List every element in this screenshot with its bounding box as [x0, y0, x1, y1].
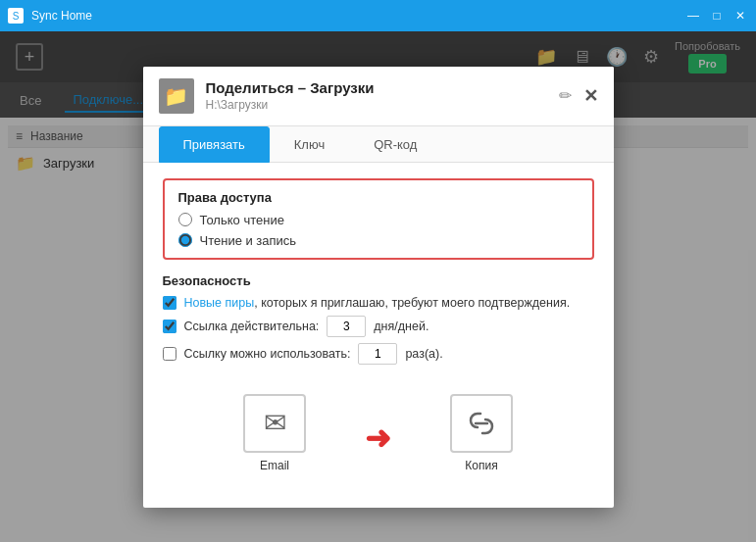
copy-link-icon	[466, 408, 497, 439]
tab-key[interactable]: Ключ	[270, 126, 349, 163]
security-title: Безопасность	[163, 273, 594, 288]
dialog-title: Поделиться – Загрузки	[206, 79, 547, 96]
radio-readwrite-input[interactable]	[178, 233, 192, 247]
copy-action[interactable]: Копия	[450, 394, 513, 472]
window-controls: — □ ✕	[685, 8, 748, 24]
app-icon: S	[8, 8, 24, 24]
email-action[interactable]: ✉ Email	[243, 394, 306, 472]
radio-readonly-label: Только чтение	[200, 213, 284, 227]
access-rights-section: Права доступа Только чтение Чтение и зап…	[163, 178, 594, 260]
checkbox3-unit: раз(а).	[405, 347, 442, 361]
checkbox3-label: Ссылку можно использовать:	[184, 347, 351, 361]
radio-readwrite[interactable]: Чтение и запись	[178, 233, 579, 248]
link-uses-input[interactable]	[358, 343, 397, 365]
dialog-actions: ✉ Email ➜	[163, 378, 594, 492]
radio-readwrite-label: Чтение и запись	[200, 233, 297, 248]
access-radio-group: Только чтение Чтение и запись	[178, 213, 579, 248]
share-dialog: 📁 Поделиться – Загрузки Н:\Загрузки ✏ ✕ …	[143, 67, 614, 508]
checkbox2-label: Ссылка действительна:	[184, 320, 320, 333]
tab-qr[interactable]: QR-код	[349, 126, 441, 163]
checkbox-link-valid[interactable]	[163, 320, 176, 333]
checkbox-row-3: Ссылку можно использовать: раз(а).	[163, 343, 594, 365]
dialog-header: 📁 Поделиться – Загрузки Н:\Загрузки ✏ ✕	[143, 67, 614, 126]
dialog-tabs: Привязать Ключ QR-код	[143, 126, 614, 163]
arrow-icon: ➜	[365, 419, 391, 457]
email-label: Email	[260, 459, 289, 472]
checkbox1-text: Новые пиры, которых я приглашаю, требуют…	[184, 296, 571, 310]
copy-label: Копия	[465, 459, 497, 472]
close-button[interactable]: ✕	[732, 8, 748, 24]
new-peers-link-text: Новые пиры	[184, 296, 255, 310]
checkbox-link-uses[interactable]	[163, 347, 176, 361]
dialog-header-actions: ✏ ✕	[559, 85, 598, 107]
dialog-subtitle: Н:\Загрузки	[206, 98, 547, 112]
radio-readonly[interactable]: Только чтение	[178, 213, 579, 227]
dialog-folder-icon: 📁	[159, 78, 194, 114]
dialog-title-group: Поделиться – Загрузки Н:\Загрузки	[206, 79, 547, 112]
overlay-backdrop: 📁 Поделиться – Загрузки Н:\Загрузки ✏ ✕ …	[0, 31, 756, 542]
dialog-body: Права доступа Только чтение Чтение и зап…	[143, 163, 614, 508]
radio-readonly-input[interactable]	[178, 213, 192, 226]
checkbox-row-1: Новые пиры, которых я приглашаю, требуют…	[163, 296, 594, 310]
title-bar: S Sync Home — □ ✕	[0, 0, 756, 31]
tab-link[interactable]: Привязать	[159, 126, 270, 163]
minimize-button[interactable]: —	[685, 8, 701, 24]
security-section: Безопасность Новые пиры, которых я пригл…	[163, 273, 594, 365]
checkbox2-unit: дня/дней.	[374, 320, 428, 333]
access-rights-title: Права доступа	[178, 190, 579, 205]
checkbox-row-2: Ссылка действительна: дня/дней.	[163, 316, 594, 337]
email-icon-box: ✉	[243, 394, 306, 453]
link-valid-days-input[interactable]	[327, 316, 366, 337]
edit-button[interactable]: ✏	[559, 86, 572, 105]
copy-icon-box	[450, 394, 513, 453]
maximize-button[interactable]: □	[709, 8, 725, 24]
email-icon: ✉	[264, 407, 286, 439]
checkbox-new-peers[interactable]	[163, 296, 176, 310]
app-title: Sync Home	[31, 9, 678, 23]
arrow-container: ➜	[365, 404, 391, 472]
dialog-close-button[interactable]: ✕	[583, 85, 598, 107]
